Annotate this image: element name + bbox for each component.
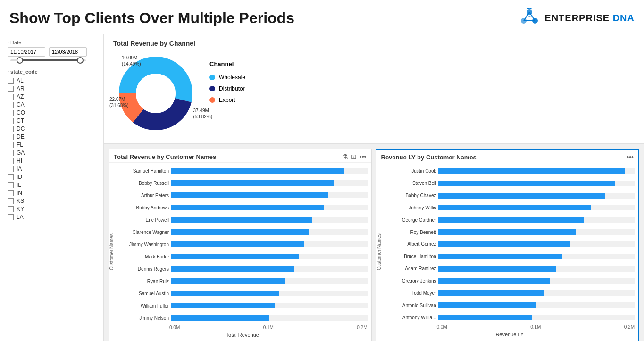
state-item-ks[interactable]: KS — [8, 198, 96, 204]
total-revenue-y-label: Customer Names — [109, 165, 117, 340]
state-checkbox-hi[interactable] — [8, 158, 14, 164]
more-icon[interactable]: ••• — [360, 153, 367, 160]
bar-label: Albert Gomez — [387, 241, 436, 247]
state-checkbox-ky[interactable] — [8, 206, 14, 212]
bar-track — [171, 315, 368, 321]
expand-icon[interactable]: ⊡ — [351, 153, 357, 160]
bar-label: Ryan Ruiz — [119, 279, 169, 284]
revenue-ly-x-title: Revenue LY — [385, 332, 635, 339]
state-item-ga[interactable]: GA — [8, 150, 96, 156]
bar-fill — [171, 291, 279, 296]
legend-item-export: Export — [209, 97, 245, 103]
table-row: Anthony Willia... — [387, 313, 635, 322]
bar-label: Todd Meyer — [387, 291, 436, 296]
state-label-il: IL — [17, 182, 21, 188]
export-label: 10.09M (14.49%) — [122, 55, 141, 67]
bar-track — [438, 241, 635, 247]
state-item-de[interactable]: DE — [8, 133, 96, 140]
state-item-ct[interactable]: CT — [8, 117, 96, 124]
bar-track — [438, 302, 635, 308]
bar-fill — [171, 192, 328, 198]
svg-line-3 — [524, 12, 529, 21]
bar-label: Jimmy Nelson — [119, 316, 169, 321]
slider-thumb-left[interactable] — [17, 57, 23, 64]
state-checkbox-ga[interactable] — [8, 150, 14, 156]
state-checkbox-id[interactable] — [8, 174, 14, 180]
state-item-id[interactable]: ID — [8, 174, 96, 180]
state-item-co[interactable]: CO — [8, 109, 96, 116]
revenue-ly-panel: Revenue LY by Customer Names ••• Custome… — [376, 149, 640, 341]
state-checkbox-de[interactable] — [8, 134, 14, 140]
revenue-ly-body: Customer Names Justin Cook Steven Bell B… — [376, 163, 639, 341]
state-item-hi[interactable]: HI — [8, 158, 96, 164]
bar-track — [438, 266, 635, 272]
logo-text: ENTERPRISE DNA — [544, 13, 635, 24]
state-checkbox-ks[interactable] — [8, 198, 14, 204]
state-item-ky[interactable]: KY — [8, 206, 96, 212]
bar-track — [171, 278, 368, 284]
bar-track — [171, 266, 368, 272]
slider-thumb-right[interactable] — [77, 57, 84, 64]
state-label-ca: CA — [17, 101, 25, 108]
filter-icon[interactable]: ⚗ — [342, 153, 348, 160]
revenue-ly-bars: Justin Cook Steven Bell Bobby Chavez Joh… — [385, 165, 635, 324]
state-item-in[interactable]: IN — [8, 190, 96, 196]
total-revenue-header: Total Revenue by Customer Names ⚗ ⊡ ••• — [109, 149, 371, 163]
state-checkbox-in[interactable] — [8, 190, 14, 196]
state-item-al[interactable]: AL — [8, 77, 96, 84]
bar-fill — [438, 290, 544, 296]
state-item-la[interactable]: LA — [8, 214, 96, 220]
state-label-az: AZ — [17, 93, 24, 100]
bar-track — [438, 193, 635, 199]
state-checkbox-al[interactable] — [8, 78, 14, 84]
bar-track — [171, 291, 368, 296]
date-slider[interactable] — [8, 59, 96, 61]
date-start-input[interactable] — [8, 47, 45, 57]
total-revenue-x-title: Total Revenue — [117, 332, 368, 340]
state-item-fl[interactable]: FL — [8, 141, 96, 148]
bar-fill — [171, 278, 285, 284]
bar-label: George Gardner — [387, 217, 436, 223]
state-checkbox-ia[interactable] — [8, 166, 14, 172]
total-revenue-title: Total Revenue by Customer Names — [114, 153, 216, 160]
state-checkbox-fl[interactable] — [8, 142, 14, 148]
state-checkbox-ct[interactable] — [8, 118, 14, 124]
x-axis-label: 0.1M — [530, 324, 541, 330]
state-label-co: CO — [17, 109, 25, 116]
state-checkbox-il[interactable] — [8, 182, 14, 188]
state-checkbox-ar[interactable] — [8, 86, 14, 92]
state-checkbox-az[interactable] — [8, 94, 14, 100]
state-item-ia[interactable]: IA — [8, 166, 96, 172]
date-label: · Date — [8, 40, 96, 45]
state-item-ar[interactable]: AR — [8, 85, 96, 92]
state-checkbox-dc[interactable] — [8, 126, 14, 132]
bar-fill — [438, 168, 625, 174]
table-row: Adam Ramirez — [387, 265, 635, 273]
revenue-ly-actions: ••• — [627, 153, 634, 161]
table-row: Steven Bell — [387, 179, 635, 188]
state-item-il[interactable]: IL — [8, 182, 96, 188]
bar-fill — [438, 254, 562, 259]
bar-label: Bruce Hamilton — [387, 254, 436, 259]
bar-track — [438, 217, 635, 223]
bar-fill — [438, 229, 576, 235]
table-row: Roy Bennett — [387, 228, 635, 236]
state-checkbox-co[interactable] — [8, 110, 14, 116]
table-row: Samuel Hamilton — [119, 166, 368, 175]
bar-label: Justin Cook — [387, 168, 436, 174]
revenue-ly-more-icon[interactable]: ••• — [627, 153, 634, 161]
state-item-az[interactable]: AZ — [8, 93, 96, 100]
state-item-ca[interactable]: CA — [8, 101, 96, 108]
legend-title: Channel — [209, 60, 245, 67]
state-item-dc[interactable]: DC — [8, 125, 96, 132]
state-checkbox-la[interactable] — [8, 214, 14, 220]
date-end-input[interactable] — [49, 47, 87, 57]
state-label-ky: KY — [17, 206, 24, 212]
slider-fill — [18, 59, 82, 61]
bar-track — [171, 168, 368, 174]
bar-fill — [438, 278, 550, 284]
bar-track — [438, 254, 635, 259]
state-checkbox-ca[interactable] — [8, 102, 14, 108]
revenue-ly-y-label: Customer Names — [376, 165, 385, 339]
bar-label: Clarence Wagner — [119, 230, 169, 235]
